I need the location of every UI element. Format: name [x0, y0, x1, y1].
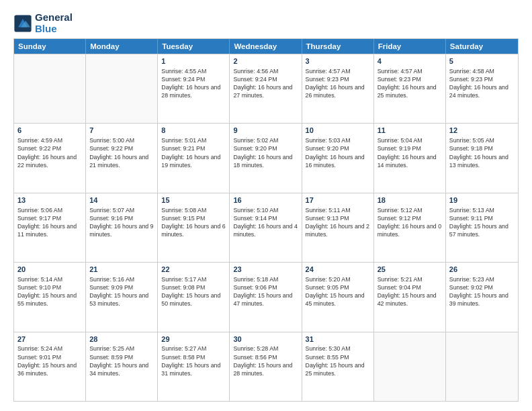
calendar-day-header: Monday — [86, 39, 158, 54]
day-number: 16 — [233, 195, 298, 205]
day-number: 18 — [378, 195, 442, 205]
calendar-cell: 4Sunrise: 4:57 AMSunset: 9:23 PMDaylight… — [374, 54, 446, 123]
day-info: Sunrise: 5:14 AMSunset: 9:10 PMDaylight:… — [17, 275, 82, 308]
day-number: 3 — [306, 56, 370, 66]
day-number: 8 — [161, 126, 226, 136]
day-number: 24 — [306, 265, 370, 275]
calendar-cell: 14Sunrise: 5:07 AMSunset: 9:16 PMDayligh… — [86, 193, 158, 262]
day-info: Sunrise: 5:16 AMSunset: 9:09 PMDaylight:… — [89, 275, 154, 308]
day-number: 5 — [449, 56, 515, 66]
header: General Blue — [13, 12, 519, 34]
day-info: Sunrise: 5:27 AMSunset: 8:58 PMDaylight:… — [161, 345, 226, 377]
calendar: SundayMondayTuesdayWednesdayThursdayFrid… — [13, 38, 519, 402]
logo: General Blue — [13, 12, 73, 34]
calendar-cell: 25Sunrise: 5:21 AMSunset: 9:04 PMDayligh… — [374, 263, 446, 331]
day-info: Sunrise: 5:21 AMSunset: 9:04 PMDaylight:… — [378, 275, 442, 308]
calendar-cell: 18Sunrise: 5:12 AMSunset: 9:12 PMDayligh… — [374, 193, 446, 262]
page: General Blue SundayMondayTuesdayWednesda… — [0, 0, 532, 411]
calendar-cell: 31Sunrise: 5:30 AMSunset: 8:55 PMDayligh… — [302, 332, 374, 401]
day-number: 27 — [17, 334, 82, 345]
day-info: Sunrise: 4:59 AMSunset: 9:22 PMDaylight:… — [17, 136, 82, 169]
calendar-week: 6Sunrise: 4:59 AMSunset: 9:22 PMDaylight… — [14, 123, 518, 192]
day-info: Sunrise: 5:02 AMSunset: 9:20 PMDaylight:… — [233, 136, 298, 169]
day-number: 9 — [233, 126, 298, 136]
calendar-cell: 27Sunrise: 5:24 AMSunset: 9:01 PMDayligh… — [14, 332, 86, 401]
day-number: 15 — [161, 195, 226, 205]
calendar-cell: 10Sunrise: 5:03 AMSunset: 9:20 PMDayligh… — [302, 124, 374, 192]
day-info: Sunrise: 4:58 AMSunset: 9:23 PMDaylight:… — [449, 67, 515, 100]
calendar-cell: 15Sunrise: 5:08 AMSunset: 9:15 PMDayligh… — [158, 193, 230, 262]
day-number: 23 — [233, 265, 298, 275]
calendar-day-header: Saturday — [446, 39, 518, 54]
day-info: Sunrise: 5:20 AMSunset: 9:05 PMDaylight:… — [306, 275, 370, 308]
calendar-cell: 22Sunrise: 5:17 AMSunset: 9:08 PMDayligh… — [158, 263, 230, 331]
calendar-cell — [446, 332, 518, 401]
day-info: Sunrise: 5:00 AMSunset: 9:22 PMDaylight:… — [89, 136, 154, 169]
calendar-week: 20Sunrise: 5:14 AMSunset: 9:10 PMDayligh… — [14, 262, 518, 331]
day-info: Sunrise: 5:11 AMSunset: 9:13 PMDaylight:… — [306, 206, 370, 239]
calendar-cell: 21Sunrise: 5:16 AMSunset: 9:09 PMDayligh… — [86, 263, 158, 331]
calendar-day-header: Sunday — [14, 39, 86, 54]
calendar-cell: 13Sunrise: 5:06 AMSunset: 9:17 PMDayligh… — [14, 193, 86, 262]
day-number: 12 — [449, 126, 515, 136]
calendar-cell: 1Sunrise: 4:55 AMSunset: 9:24 PMDaylight… — [158, 54, 230, 123]
day-number: 31 — [306, 334, 370, 345]
calendar-week: 27Sunrise: 5:24 AMSunset: 9:01 PMDayligh… — [14, 332, 518, 401]
day-number: 28 — [89, 334, 154, 345]
day-number: 6 — [17, 126, 82, 136]
day-number: 10 — [306, 126, 370, 136]
calendar-cell — [14, 54, 86, 123]
calendar-cell — [374, 332, 446, 401]
logo-icon — [13, 14, 32, 33]
day-info: Sunrise: 5:13 AMSunset: 9:11 PMDaylight:… — [449, 206, 515, 239]
calendar-cell: 9Sunrise: 5:02 AMSunset: 9:20 PMDaylight… — [230, 124, 302, 192]
day-info: Sunrise: 5:01 AMSunset: 9:21 PMDaylight:… — [161, 136, 226, 169]
calendar-cell: 16Sunrise: 5:10 AMSunset: 9:14 PMDayligh… — [230, 193, 302, 262]
logo-text: General Blue — [35, 12, 73, 34]
day-number: 26 — [449, 265, 515, 275]
day-number: 22 — [161, 265, 226, 275]
day-number: 29 — [161, 334, 226, 345]
day-info: Sunrise: 5:05 AMSunset: 9:18 PMDaylight:… — [449, 136, 515, 169]
day-number: 25 — [378, 265, 442, 275]
calendar-cell: 3Sunrise: 4:57 AMSunset: 9:23 PMDaylight… — [302, 54, 374, 123]
calendar-body: 1Sunrise: 4:55 AMSunset: 9:24 PMDaylight… — [14, 54, 518, 401]
day-info: Sunrise: 5:04 AMSunset: 9:19 PMDaylight:… — [378, 136, 442, 169]
calendar-cell: 24Sunrise: 5:20 AMSunset: 9:05 PMDayligh… — [302, 263, 374, 331]
day-info: Sunrise: 5:28 AMSunset: 8:56 PMDaylight:… — [233, 345, 298, 377]
day-info: Sunrise: 5:08 AMSunset: 9:15 PMDaylight:… — [161, 206, 226, 239]
day-number: 1 — [161, 56, 226, 66]
day-number: 11 — [378, 126, 442, 136]
day-number: 4 — [378, 56, 442, 66]
calendar-cell: 5Sunrise: 4:58 AMSunset: 9:23 PMDaylight… — [446, 54, 518, 123]
day-info: Sunrise: 5:24 AMSunset: 9:01 PMDaylight:… — [17, 345, 82, 377]
calendar-cell: 20Sunrise: 5:14 AMSunset: 9:10 PMDayligh… — [14, 263, 86, 331]
day-number: 19 — [449, 195, 515, 205]
calendar-cell: 12Sunrise: 5:05 AMSunset: 9:18 PMDayligh… — [446, 124, 518, 192]
calendar-week: 13Sunrise: 5:06 AMSunset: 9:17 PMDayligh… — [14, 193, 518, 262]
calendar-day-header: Thursday — [302, 39, 374, 54]
day-number: 21 — [89, 265, 154, 275]
day-info: Sunrise: 5:12 AMSunset: 9:12 PMDaylight:… — [378, 206, 442, 239]
calendar-cell: 2Sunrise: 4:56 AMSunset: 9:24 PMDaylight… — [230, 54, 302, 123]
day-number: 7 — [89, 126, 154, 136]
day-info: Sunrise: 5:06 AMSunset: 9:17 PMDaylight:… — [17, 206, 82, 239]
day-info: Sunrise: 5:03 AMSunset: 9:20 PMDaylight:… — [306, 136, 370, 169]
day-info: Sunrise: 4:55 AMSunset: 9:24 PMDaylight:… — [161, 67, 226, 100]
calendar-cell: 26Sunrise: 5:23 AMSunset: 9:02 PMDayligh… — [446, 263, 518, 331]
calendar-cell: 30Sunrise: 5:28 AMSunset: 8:56 PMDayligh… — [230, 332, 302, 401]
day-info: Sunrise: 5:07 AMSunset: 9:16 PMDaylight:… — [89, 206, 154, 239]
calendar-cell: 11Sunrise: 5:04 AMSunset: 9:19 PMDayligh… — [374, 124, 446, 192]
calendar-header: SundayMondayTuesdayWednesdayThursdayFrid… — [14, 39, 518, 54]
day-number: 17 — [306, 195, 370, 205]
calendar-cell: 28Sunrise: 5:25 AMSunset: 8:59 PMDayligh… — [86, 332, 158, 401]
calendar-cell: 17Sunrise: 5:11 AMSunset: 9:13 PMDayligh… — [302, 193, 374, 262]
calendar-cell: 8Sunrise: 5:01 AMSunset: 9:21 PMDaylight… — [158, 124, 230, 192]
calendar-cell: 7Sunrise: 5:00 AMSunset: 9:22 PMDaylight… — [86, 124, 158, 192]
day-info: Sunrise: 5:10 AMSunset: 9:14 PMDaylight:… — [233, 206, 298, 239]
calendar-cell: 19Sunrise: 5:13 AMSunset: 9:11 PMDayligh… — [446, 193, 518, 262]
day-info: Sunrise: 4:57 AMSunset: 9:23 PMDaylight:… — [306, 67, 370, 100]
day-number: 2 — [233, 56, 298, 66]
calendar-cell: 29Sunrise: 5:27 AMSunset: 8:58 PMDayligh… — [158, 332, 230, 401]
day-info: Sunrise: 5:30 AMSunset: 8:55 PMDaylight:… — [306, 345, 370, 377]
